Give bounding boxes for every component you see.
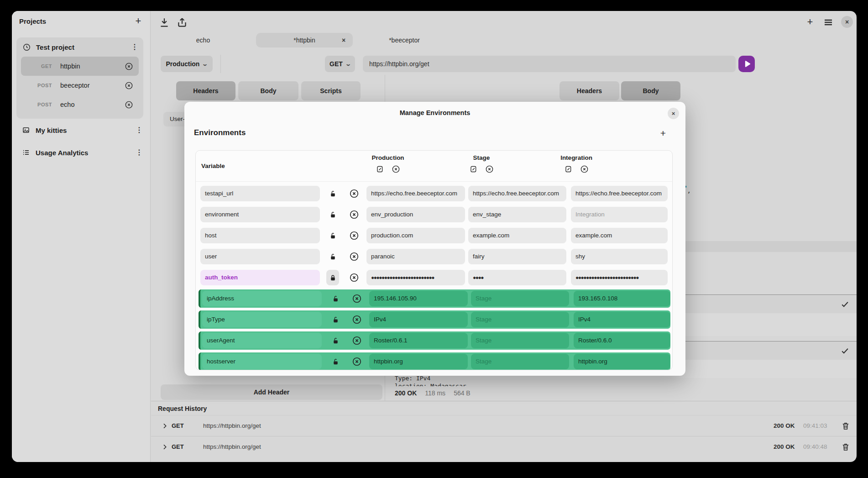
value-input-production[interactable]: paranoic — [366, 249, 465, 264]
variable-name-input[interactable]: user — [200, 249, 320, 264]
value-input-stage[interactable]: Stage — [471, 333, 569, 348]
value-input-production[interactable]: Roster/0.6.1 — [369, 333, 468, 348]
value-input-integration[interactable]: shy — [571, 249, 668, 264]
send-request-button[interactable] — [738, 56, 755, 72]
value-input-production[interactable]: production.com — [366, 228, 465, 243]
project-kebab-icon[interactable]: ⋮ — [135, 148, 143, 157]
tab-close-icon[interactable]: × — [340, 33, 347, 47]
variable-name-input[interactable]: testapi_url — [200, 186, 320, 201]
lock-open-icon[interactable] — [330, 334, 341, 347]
value-input-production[interactable]: env_production — [366, 207, 465, 222]
new-tab-button[interactable]: + — [805, 16, 816, 27]
sidebar-request-beeceptor[interactable]: POSTbeeceptor — [21, 76, 139, 95]
lock-open-icon[interactable] — [327, 229, 338, 242]
project-kebab-icon[interactable]: ⋮ — [131, 43, 139, 51]
variable-name-input[interactable]: auth_token — [200, 270, 320, 285]
value-input-stage[interactable]: env_stage — [468, 207, 566, 222]
close-request-icon[interactable] — [125, 62, 133, 71]
modal-close-button[interactable]: × — [668, 108, 679, 119]
rename-environment-icon[interactable] — [469, 165, 478, 173]
delete-variable-icon[interactable] — [352, 357, 362, 367]
value-input-stage[interactable]: https://echo.free.beeceptor.com — [468, 186, 566, 201]
sidebar-item-usage-analytics[interactable]: Usage Analytics⋮ — [12, 146, 151, 159]
project-kebab-icon[interactable]: ⋮ — [135, 126, 143, 134]
add-project-button[interactable]: + — [133, 16, 144, 26]
lock-open-icon[interactable] — [327, 208, 338, 221]
delete-environment-icon[interactable] — [392, 165, 400, 173]
lock-open-icon[interactable] — [330, 313, 341, 326]
delete-variable-icon[interactable] — [349, 189, 359, 199]
value-input-stage[interactable]: Stage — [471, 354, 569, 369]
delete-environment-icon[interactable] — [580, 165, 589, 173]
variable-name-input[interactable]: userAgent — [202, 333, 322, 348]
chevron-right-icon[interactable] — [161, 422, 168, 430]
request-tab-headers[interactable]: Headers — [176, 81, 235, 100]
delete-variable-icon[interactable] — [352, 336, 362, 346]
value-input-stage[interactable]: example.com — [468, 228, 566, 243]
value-input-production[interactable]: 195.146.105.90 — [369, 291, 468, 306]
variable-name-input[interactable]: hostserver — [202, 354, 322, 369]
delete-variable-icon[interactable] — [349, 210, 359, 220]
variable-name-input[interactable]: host — [200, 228, 320, 243]
value-input-integration[interactable]: httpbin.org — [574, 354, 670, 369]
value-input-production[interactable]: ●●●●●●●●●●●●●●●●●●●●●●●● — [366, 270, 465, 285]
trash-icon[interactable] — [841, 421, 850, 431]
export-upload-icon[interactable] — [176, 16, 188, 28]
value-input-stage[interactable]: fairy — [468, 249, 566, 264]
value-input-integration[interactable]: IPv4 — [574, 312, 670, 327]
project-group-header[interactable]: Test project ⋮ — [16, 37, 143, 57]
hamburger-menu-icon[interactable] — [823, 17, 834, 28]
value-input-integration[interactable]: Integration — [571, 207, 668, 222]
sidebar-request-httpbin[interactable]: GEThttpbin — [21, 57, 139, 76]
import-download-icon[interactable] — [158, 16, 170, 28]
environment-selector[interactable]: Production ⌄ — [161, 56, 213, 72]
value-input-production[interactable]: IPv4 — [369, 312, 468, 327]
delete-variable-icon[interactable] — [352, 294, 362, 304]
value-input-production[interactable]: https://echo.free.beeceptor.com — [366, 186, 465, 201]
close-request-icon[interactable] — [125, 81, 133, 90]
lock-open-icon[interactable] — [330, 292, 341, 305]
add-header-button[interactable]: Add Header — [161, 384, 382, 400]
variable-name-input[interactable]: ipType — [202, 312, 322, 327]
variable-name-input[interactable]: ipAddress — [202, 291, 322, 306]
variable-name-input[interactable]: environment — [200, 207, 320, 222]
window-close-button[interactable]: × — [841, 16, 853, 28]
value-input-stage[interactable]: Stage — [471, 291, 569, 306]
rename-environment-icon[interactable] — [376, 165, 384, 173]
close-request-icon[interactable] — [125, 100, 133, 109]
response-tab-headers[interactable]: Headers — [559, 81, 619, 100]
value-input-stage[interactable]: Stage — [471, 312, 569, 327]
delete-variable-icon[interactable] — [352, 315, 362, 325]
method-selector[interactable]: GET ⌄ — [325, 56, 355, 72]
delete-variable-icon[interactable] — [349, 231, 359, 241]
url-input[interactable]: https://httpbin.org/get — [363, 56, 736, 72]
history-row[interactable]: GEThttps://httpbin.org/get200 OK09:41:03 — [151, 415, 857, 436]
request-tab-body[interactable]: Body — [238, 81, 298, 100]
value-input-integration[interactable]: https://echo.free.beeceptor.com — [571, 186, 668, 201]
delete-environment-icon[interactable] — [485, 165, 494, 173]
history-row[interactable]: GEThttps://httpbin.org/get200 OK09:40:48 — [151, 436, 857, 458]
tab-beeceptor[interactable]: *beeceptor — [363, 33, 446, 47]
value-input-production[interactable]: httpbin.org — [369, 354, 468, 369]
lock-open-icon[interactable] — [327, 187, 338, 200]
rename-environment-icon[interactable] — [564, 165, 573, 173]
lock-open-icon[interactable] — [327, 250, 338, 263]
lock-open-icon[interactable] — [330, 355, 341, 368]
value-input-integration[interactable]: ●●●●●●●●●●●●●●●●●●●●●●●● — [571, 270, 668, 285]
value-input-stage[interactable]: ●●●● — [468, 270, 566, 285]
trash-icon[interactable] — [841, 442, 850, 452]
chevron-right-icon[interactable] — [161, 443, 168, 451]
sidebar-item-my-kitties[interactable]: My kitties⋮ — [12, 123, 151, 137]
tab-httpbin[interactable]: *httpbin× — [256, 33, 353, 47]
value-input-integration[interactable]: Roster/0.6.0 — [574, 333, 670, 348]
delete-variable-icon[interactable] — [349, 273, 359, 283]
tab-echo[interactable]: echo — [167, 33, 240, 47]
lock-closed-icon[interactable] — [326, 270, 339, 285]
value-input-integration[interactable]: example.com — [571, 228, 668, 243]
add-environment-button[interactable]: + — [658, 128, 668, 138]
response-tab-body[interactable]: Body — [621, 81, 680, 100]
value-input-integration[interactable]: 193.165.0.108 — [574, 291, 670, 306]
request-tab-scripts[interactable]: Scripts — [301, 81, 361, 100]
delete-variable-icon[interactable] — [349, 252, 359, 262]
sidebar-request-echo[interactable]: POSTecho — [21, 95, 139, 114]
